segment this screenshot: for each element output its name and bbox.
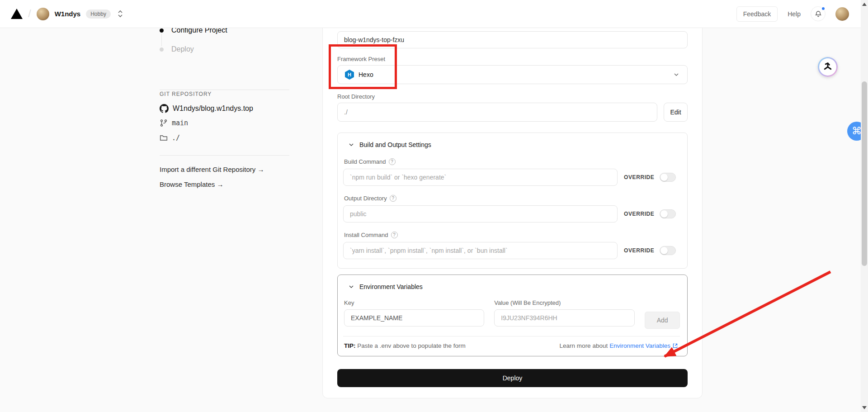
framework-preset-select[interactable]: H Hexo — [337, 65, 688, 84]
env-key-input[interactable] — [344, 309, 484, 327]
install-command-override-toggle[interactable] — [660, 246, 676, 255]
project-name-input[interactable] — [337, 31, 688, 48]
framework-preset-value: Hexo — [359, 71, 373, 78]
scroll-up-arrow-icon[interactable] — [862, 3, 867, 6]
page-body: Configure Project Deploy GIT REPOSITORY … — [0, 28, 868, 412]
breadcrumb-separator: / — [28, 7, 31, 20]
hexo-icon: H — [345, 70, 354, 80]
folder-icon — [160, 134, 168, 142]
root-directory-input[interactable] — [337, 103, 657, 122]
output-directory-override-toggle[interactable] — [660, 209, 676, 218]
step-dot-pending — [160, 47, 164, 52]
step-deploy: Deploy — [160, 45, 194, 54]
user-avatar[interactable] — [835, 7, 849, 21]
step-dot-active — [160, 28, 164, 33]
environment-variables-section: Environment Variables Key Value (Will Be… — [337, 275, 688, 356]
help-circle-icon[interactable]: ? — [390, 195, 396, 202]
environment-variables-link[interactable]: Environment Variables — [609, 342, 670, 349]
notification-dot — [821, 6, 826, 11]
team-name[interactable]: W1ndys — [55, 10, 81, 18]
framework-preset-label: Framework Preset — [337, 56, 688, 62]
scrollbar-thumb[interactable] — [862, 81, 867, 266]
git-branch-icon — [160, 119, 168, 127]
env-learn-more: Learn more about Environment Variables — [560, 342, 678, 349]
browse-templates-link[interactable]: Browse Templates → — [160, 180, 223, 188]
root-dir-row: ./ — [160, 134, 180, 142]
plan-badge: Hobby — [86, 9, 111, 19]
chevron-down-icon — [348, 283, 355, 290]
help-link[interactable]: Help — [788, 10, 801, 18]
build-command-input[interactable] — [343, 169, 618, 186]
deploy-button[interactable]: Deploy — [337, 369, 688, 387]
external-link-icon[interactable] — [672, 343, 678, 349]
build-output-settings-header[interactable]: Build and Output Settings — [343, 140, 680, 149]
repo-row: W1ndys/blog.w1ndys.top — [160, 104, 253, 113]
output-directory-input[interactable] — [343, 205, 618, 223]
bell-icon — [815, 10, 822, 18]
chevron-down-icon — [673, 71, 680, 78]
feedback-button[interactable]: Feedback — [736, 6, 778, 22]
build-command-override-toggle[interactable] — [660, 173, 676, 182]
branch-name: main — [172, 119, 188, 127]
build-command-label: Build Command ? — [343, 158, 680, 165]
configure-project-card: Framework Preset H Hexo Root Directory E… — [322, 13, 703, 398]
import-repo-link[interactable]: Import a different Git Repository → — [160, 166, 264, 173]
env-tip: TIP: Paste a .env above to populate the … — [344, 342, 466, 349]
scrollbar[interactable] — [861, 0, 868, 412]
git-repository-heading: GIT REPOSITORY — [160, 91, 212, 97]
top-navbar: / W1ndys Hobby Feedback Help — [0, 0, 868, 28]
override-label: OVERRIDE — [624, 174, 654, 180]
notifications-button[interactable] — [811, 6, 826, 21]
edit-root-directory-button[interactable]: Edit — [664, 103, 688, 122]
environment-variables-header[interactable]: Environment Variables — [343, 282, 680, 291]
scroll-down-arrow-icon[interactable] — [862, 406, 867, 409]
team-avatar — [37, 8, 49, 20]
override-label: OVERRIDE — [624, 211, 654, 217]
team-switcher-icon[interactable] — [117, 10, 123, 18]
add-env-var-button[interactable]: Add — [645, 312, 680, 329]
chevron-down-icon — [348, 141, 355, 148]
assistant-widget-button[interactable] — [818, 57, 838, 77]
install-command-label: Install Command ? — [343, 232, 680, 238]
vercel-logo-icon[interactable] — [11, 9, 23, 19]
root-path: ./ — [172, 134, 180, 142]
assistant-logo-icon — [821, 60, 835, 74]
sidebar-divider — [160, 155, 289, 156]
step-connector — [161, 33, 162, 46]
build-output-settings-section: Build and Output Settings Build Command … — [337, 133, 688, 269]
root-directory-label: Root Directory — [337, 93, 688, 100]
repo-name: W1ndys/blog.w1ndys.top — [173, 104, 253, 113]
github-icon — [160, 104, 169, 113]
help-circle-icon[interactable]: ? — [389, 158, 396, 165]
env-value-input[interactable] — [494, 309, 635, 327]
override-label: OVERRIDE — [624, 247, 654, 254]
env-value-label: Value (Will Be Encrypted) — [494, 299, 635, 306]
env-key-label: Key — [344, 299, 484, 306]
command-icon: ⌘ — [852, 125, 862, 137]
branch-row: main — [160, 119, 188, 127]
help-circle-icon[interactable]: ? — [391, 232, 398, 238]
install-command-input[interactable] — [343, 242, 618, 259]
sidebar-divider — [160, 90, 289, 90]
output-directory-label: Output Directory ? — [343, 195, 680, 202]
